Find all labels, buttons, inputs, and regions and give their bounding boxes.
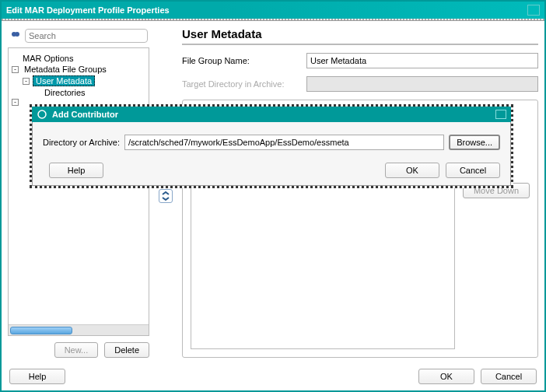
help-button[interactable]: Help bbox=[9, 369, 65, 384]
left-panel: MAR Options - Metadata File Groups - Use… bbox=[8, 27, 149, 364]
dialog-ok-button[interactable]: OK bbox=[385, 163, 439, 178]
file-group-input[interactable] bbox=[306, 53, 538, 68]
window-title: Edit MAR Deployment Profile Properties bbox=[6, 5, 170, 15]
ok-button[interactable]: OK bbox=[418, 369, 474, 384]
main-window: Edit MAR Deployment Profile Properties bbox=[0, 0, 546, 392]
tree-panel: MAR Options - Metadata File Groups - Use… bbox=[8, 47, 149, 336]
collapse-icon[interactable]: - bbox=[12, 99, 19, 106]
main-titlebar: Edit MAR Deployment Profile Properties bbox=[2, 2, 544, 19]
swap-icon[interactable] bbox=[159, 189, 173, 203]
dialog-buttons: Help OK Cancel bbox=[43, 150, 500, 178]
target-dir-input bbox=[306, 76, 538, 92]
dialog-cancel-button[interactable]: Cancel bbox=[446, 163, 500, 178]
cancel-button[interactable]: Cancel bbox=[481, 369, 537, 384]
dialog-icon bbox=[37, 109, 47, 120]
section-title: User Metadata bbox=[182, 27, 538, 44]
tree-node-directories[interactable]: Directories bbox=[12, 87, 145, 98]
section-underline bbox=[182, 44, 538, 45]
directory-label: Directory or Archive: bbox=[43, 138, 120, 147]
svg-rect-2 bbox=[12, 34, 19, 36]
file-group-row: File Group Name: bbox=[182, 53, 538, 68]
svg-point-3 bbox=[38, 110, 46, 118]
tree-node-mar-options[interactable]: MAR Options bbox=[12, 53, 145, 64]
browse-button[interactable]: Browse... bbox=[449, 135, 500, 150]
bottom-bar: Help OK Cancel bbox=[2, 364, 544, 390]
horizontal-scrollbar[interactable] bbox=[9, 324, 149, 335]
collapse-icon[interactable]: - bbox=[23, 78, 30, 85]
dialog-maximize-icon[interactable] bbox=[495, 110, 506, 119]
scrollbar-thumb[interactable] bbox=[10, 327, 72, 334]
tree-node-user-metadata[interactable]: - User Metadata bbox=[12, 75, 145, 87]
add-contributor-dialog: Add Contributor Directory or Archive: Br… bbox=[30, 104, 513, 188]
right-panel: User Metadata File Group Name: Target Di… bbox=[182, 27, 538, 364]
directory-input[interactable] bbox=[124, 135, 444, 150]
dialog-titlebar: Add Contributor bbox=[32, 107, 511, 122]
search-icon bbox=[9, 30, 22, 42]
tree: MAR Options - Metadata File Groups - Use… bbox=[9, 48, 149, 111]
transfer-column bbox=[157, 27, 174, 364]
file-group-label: File Group Name: bbox=[182, 56, 306, 65]
tree-buttons: New... Delete bbox=[8, 336, 149, 364]
collapse-icon[interactable]: - bbox=[12, 66, 19, 73]
dialog-help-button[interactable]: Help bbox=[49, 163, 103, 178]
dialog-body: Directory or Archive: Browse... Help OK … bbox=[32, 122, 511, 186]
delete-button[interactable]: Delete bbox=[104, 342, 149, 358]
tree-node-metadata-file-groups[interactable]: - Metadata File Groups bbox=[12, 64, 145, 75]
content-area: MAR Options - Metadata File Groups - Use… bbox=[2, 21, 544, 364]
target-dir-row: Target Directory in Archive: bbox=[182, 76, 538, 92]
target-dir-label: Target Directory in Archive: bbox=[182, 79, 306, 89]
maximize-icon[interactable] bbox=[527, 5, 540, 16]
new-button: New... bbox=[54, 342, 99, 358]
search-row bbox=[8, 27, 149, 47]
search-input[interactable] bbox=[25, 29, 148, 43]
dialog-title: Add Contributor bbox=[52, 110, 118, 119]
directory-row: Directory or Archive: Browse... bbox=[43, 135, 500, 150]
